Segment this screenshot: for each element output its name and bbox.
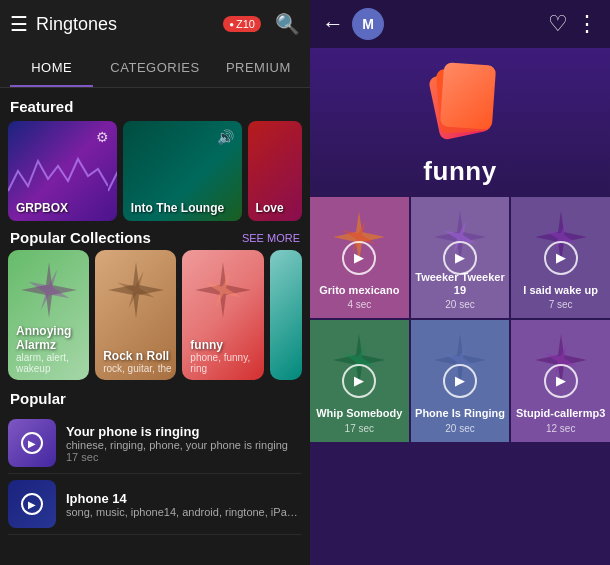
- category-hero: funny: [310, 48, 610, 197]
- collection-3-name: funny: [190, 338, 263, 352]
- hero-card-3: [440, 62, 496, 129]
- rt-duration-1: 4 sec: [347, 299, 371, 310]
- play-button-1[interactable]: ▶: [21, 432, 43, 454]
- ringtone-cell-1[interactable]: ▶ Grito mexicano 4 sec: [310, 197, 409, 318]
- ringtone-cell-5[interactable]: ▶ Phone Is Ringing 20 sec: [411, 320, 510, 441]
- collection-3-tags: phone, funny, ring: [190, 352, 263, 374]
- featured-card-2[interactable]: 🔊 Into The Lounge: [123, 121, 242, 221]
- rt-name-2: Tweeker Tweeker 19: [411, 271, 510, 297]
- search-icon[interactable]: 🔍: [275, 12, 300, 36]
- play-button-2[interactable]: ▶: [21, 493, 43, 515]
- ringtone-cell-6[interactable]: ▶ Stupid-callermp3 12 sec: [511, 320, 610, 441]
- collection-card-2[interactable]: Rock n Roll rock, guitar, the: [95, 250, 176, 380]
- rt-name-6: Stupid-callermp3: [516, 407, 605, 420]
- rt-name-4: Whip Somebody: [316, 407, 402, 420]
- ringtone-cell-3[interactable]: ▶ I said wake up 7 sec: [511, 197, 610, 318]
- list-item[interactable]: ▶ Your phone is ringing chinese, ringing…: [8, 413, 302, 474]
- track-thumb-1: ▶: [8, 419, 56, 467]
- notification-badge: Z10: [223, 16, 261, 32]
- favorite-icon[interactable]: ♡: [548, 11, 568, 37]
- track-tags-1: chinese, ringing, phone, your phone is r…: [66, 439, 302, 451]
- featured-title: Featured: [0, 88, 310, 121]
- collection-2-info: Rock n Roll rock, guitar, the: [103, 349, 171, 374]
- featured-card-1-label: GRPBOX: [16, 201, 68, 215]
- hero-icon-stack: [420, 64, 500, 144]
- collection-1-name: Annoying Alarmz: [16, 324, 89, 352]
- featured-row: ⚙ GRPBOX 🔊 Into The Lounge Love: [0, 121, 310, 221]
- volume-icon: 🔊: [217, 129, 234, 145]
- app-title: Ringtones: [36, 14, 215, 35]
- rt-name-3: I said wake up: [523, 284, 598, 297]
- popular-collections-title: Popular Collections: [10, 229, 242, 246]
- ringtone-grid: ▶ Grito mexicano 4 sec ▶ Tweeker Tweeker…: [310, 197, 610, 565]
- top-bar: ☰ Ringtones Z10 🔍: [0, 0, 310, 48]
- play-icon-2[interactable]: ▶: [443, 241, 477, 275]
- track-thumb-2: ▶: [8, 480, 56, 528]
- settings-icon: ⚙: [96, 129, 109, 145]
- popular-collections-header: Popular Collections SEE MORE: [0, 221, 310, 250]
- tab-premium[interactable]: PREMIUM: [207, 48, 310, 87]
- rt-duration-3: 7 sec: [549, 299, 573, 310]
- rt-duration-4: 17 sec: [345, 423, 374, 434]
- play-icon-1[interactable]: ▶: [342, 241, 376, 275]
- collection-3-info: funny phone, funny, ring: [190, 338, 263, 374]
- see-more-button[interactable]: SEE MORE: [242, 232, 300, 244]
- popular-list: ▶ Your phone is ringing chinese, ringing…: [0, 413, 310, 535]
- rt-name-1: Grito mexicano: [319, 284, 399, 297]
- rt-duration-5: 20 sec: [445, 423, 474, 434]
- ringtone-cell-4[interactable]: ▶ Whip Somebody 17 sec: [310, 320, 409, 441]
- collection-card-1[interactable]: Annoying Alarmz alarm, alert, wakeup: [8, 250, 89, 380]
- menu-icon[interactable]: ☰: [10, 12, 28, 36]
- right-panel: ← M ♡ ⋮ funny ▶ Grito mexicano 4 sec: [310, 0, 610, 565]
- tab-home[interactable]: HOME: [0, 48, 103, 87]
- right-top-bar: ← M ♡ ⋮: [310, 0, 610, 48]
- play-icon-4[interactable]: ▶: [342, 364, 376, 398]
- track-tags-2: song, music, iphone14, android, ringtone…: [66, 506, 302, 518]
- popular-title: Popular: [0, 380, 310, 413]
- collections-row: Annoying Alarmz alarm, alert, wakeup Roc…: [0, 250, 310, 380]
- featured-card-3-label: Love: [256, 201, 284, 215]
- collection-1-info: Annoying Alarmz alarm, alert, wakeup: [16, 324, 89, 374]
- rt-duration-2: 20 sec: [445, 299, 474, 310]
- track-info-1: Your phone is ringing chinese, ringing, …: [66, 424, 302, 463]
- ringtone-cell-2[interactable]: ▶ Tweeker Tweeker 19 20 sec: [411, 197, 510, 318]
- collection-card-3[interactable]: funny phone, funny, ring: [182, 250, 263, 380]
- track-name-2: Iphone 14: [66, 491, 302, 506]
- rt-name-5: Phone Is Ringing: [415, 407, 505, 420]
- track-duration-1: 17 sec: [66, 451, 302, 463]
- track-name-1: Your phone is ringing: [66, 424, 302, 439]
- collection-2-tags: rock, guitar, the: [103, 363, 171, 374]
- collection-card-4[interactable]: [270, 250, 302, 380]
- track-info-2: Iphone 14 song, music, iphone14, android…: [66, 491, 302, 518]
- featured-card-1[interactable]: ⚙ GRPBOX: [8, 121, 117, 221]
- back-button[interactable]: ←: [322, 11, 344, 37]
- featured-card-3[interactable]: Love: [248, 121, 302, 221]
- play-icon-3[interactable]: ▶: [544, 241, 578, 275]
- nav-tabs: HOME CATEGORIES PREMIUM: [0, 48, 310, 88]
- category-title: funny: [423, 156, 496, 187]
- collection-1-tags: alarm, alert, wakeup: [16, 352, 89, 374]
- tab-categories[interactable]: CATEGORIES: [103, 48, 206, 87]
- play-icon-5[interactable]: ▶: [443, 364, 477, 398]
- list-item[interactable]: ▶ Iphone 14 song, music, iphone14, andro…: [8, 474, 302, 535]
- play-icon-6[interactable]: ▶: [544, 364, 578, 398]
- rt-duration-6: 12 sec: [546, 423, 575, 434]
- more-options-icon[interactable]: ⋮: [576, 11, 598, 37]
- left-panel: ☰ Ringtones Z10 🔍 HOME CATEGORIES PREMIU…: [0, 0, 310, 565]
- avatar: M: [352, 8, 384, 40]
- featured-card-2-label: Into The Lounge: [131, 201, 224, 215]
- collection-2-name: Rock n Roll: [103, 349, 171, 363]
